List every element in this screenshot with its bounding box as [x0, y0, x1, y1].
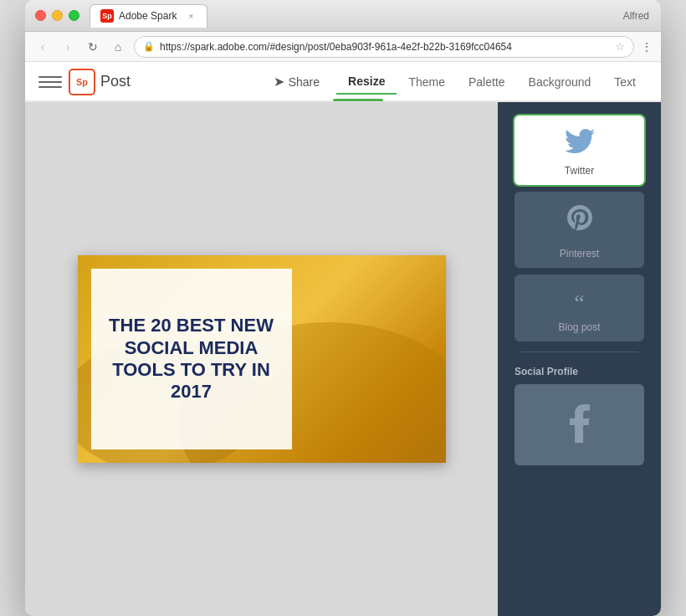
canvas-headline: THE 20 BEST NEW SOCIAL MEDIA TOOLS TO TR…	[101, 315, 282, 403]
lock-icon: 🔒	[143, 41, 155, 52]
blog-card[interactable]: “ Blog post	[514, 275, 644, 341]
twitter-label: Twitter	[565, 165, 594, 177]
tab-close-button[interactable]: ×	[185, 10, 197, 22]
hamburger-line-1	[38, 76, 62, 78]
bookmark-icon[interactable]: ☆	[615, 40, 625, 53]
browser-tab[interactable]: Sp Adobe Spark ×	[90, 4, 207, 28]
forward-button[interactable]: ›	[59, 38, 77, 56]
canvas-area[interactable]: THE 20 BEST NEW SOCIAL MEDIA TOOLS TO TR…	[25, 102, 498, 616]
nav-palette[interactable]: Palette	[457, 70, 517, 94]
hamburger-line-2	[38, 81, 62, 83]
twitter-card[interactable]: Twitter	[514, 116, 644, 185]
minimize-button[interactable]	[52, 10, 63, 21]
share-icon: ➤	[274, 74, 284, 90]
home-button[interactable]: ⌂	[109, 38, 127, 56]
blog-label: Blog post	[558, 321, 600, 333]
social-profile-label: Social Profile	[514, 366, 578, 377]
sidebar-divider	[521, 352, 638, 352]
title-bar: Sp Adobe Spark × Alfred	[25, 0, 661, 32]
pinterest-icon	[567, 205, 592, 243]
facebook-icon	[570, 404, 590, 449]
hamburger-menu-button[interactable]	[38, 70, 62, 94]
close-button[interactable]	[35, 10, 46, 21]
nav-resize[interactable]: Resize	[336, 69, 397, 95]
browser-window: Sp Adobe Spark × Alfred ‹ › ↻ ⌂ 🔒 https:…	[25, 0, 661, 616]
right-sidebar: Twitter Pinterest “ Blog post Social	[498, 102, 661, 616]
window-user: Alfred	[623, 10, 649, 22]
canvas-text-box: THE 20 BEST NEW SOCIAL MEDIA TOOLS TO TR…	[91, 269, 292, 449]
tab-area: Sp Adobe Spark ×	[90, 4, 651, 28]
share-button[interactable]: ➤ Share	[264, 69, 330, 95]
url-text: https://spark.adobe.com/#design/post/0eb…	[160, 41, 610, 53]
nav-theme[interactable]: Theme	[397, 70, 457, 94]
tab-title: Adobe Spark	[119, 10, 177, 22]
design-canvas: THE 20 BEST NEW SOCIAL MEDIA TOOLS TO TR…	[78, 255, 446, 463]
app-title: Post	[100, 73, 264, 90]
pinterest-label: Pinterest	[560, 248, 599, 259]
back-button[interactable]: ‹	[33, 38, 52, 56]
address-bar: ‹ › ↻ ⌂ 🔒 https://spark.adobe.com/#desig…	[25, 32, 661, 62]
maximize-button[interactable]	[69, 10, 79, 21]
browser-menu-button[interactable]: ⋮	[641, 40, 653, 54]
share-label: Share	[289, 75, 320, 89]
url-bar[interactable]: 🔒 https://spark.adobe.com/#design/post/0…	[134, 36, 634, 58]
pinterest-card[interactable]: Pinterest	[514, 192, 644, 268]
nav-text[interactable]: Text	[602, 70, 648, 94]
active-tab-indicator	[333, 99, 383, 101]
twitter-icon	[565, 129, 595, 160]
traffic-lights	[35, 10, 79, 21]
refresh-button[interactable]: ↻	[84, 38, 102, 56]
nav-background[interactable]: Background	[517, 70, 603, 94]
toolbar-nav: Resize Theme Palette Background Text	[336, 69, 648, 95]
quote-icon: “	[574, 288, 584, 316]
tab-favicon: Sp	[100, 9, 114, 23]
facebook-card[interactable]	[514, 384, 644, 465]
spark-logo: Sp	[69, 69, 95, 95]
main-content: THE 20 BEST NEW SOCIAL MEDIA TOOLS TO TR…	[25, 102, 661, 616]
hamburger-line-3	[38, 86, 62, 88]
app-toolbar: Sp Post ➤ Share Resize Theme Palette Bac…	[25, 62, 661, 102]
